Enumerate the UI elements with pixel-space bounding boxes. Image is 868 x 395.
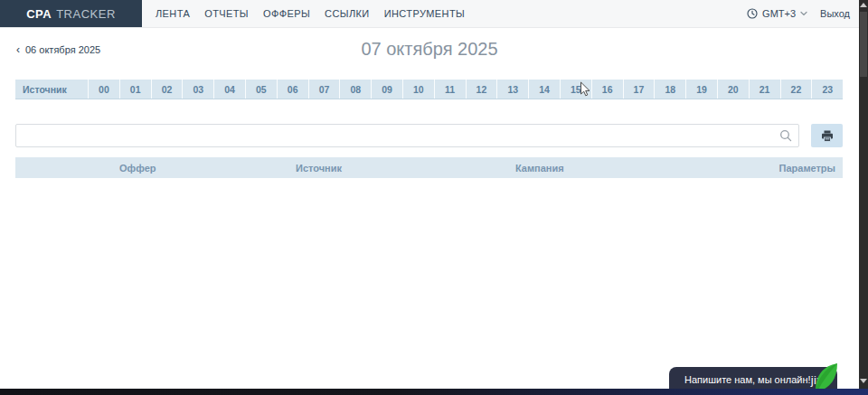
printer-icon xyxy=(821,130,834,142)
hour-cell: 04 xyxy=(213,80,245,99)
app-page: CPA TRACKER ЛЕНТА ОТЧЕТЫ ОФФЕРЫ ССЫЛКИ И… xyxy=(0,0,859,395)
hour-cell: 17 xyxy=(623,80,655,99)
search-icon xyxy=(779,129,792,142)
hour-cell: 19 xyxy=(685,80,717,99)
print-button[interactable] xyxy=(811,124,843,147)
hour-cell: 11 xyxy=(434,80,466,99)
hour-cell: 08 xyxy=(339,80,371,99)
bottom-window-edge xyxy=(0,389,868,395)
column-header-campaign: Кампания xyxy=(515,163,743,174)
app-logo[interactable]: CPA TRACKER xyxy=(0,0,142,27)
main-menu: ЛЕНТА ОТЧЕТЫ ОФФЕРЫ ССЫЛКИ ИНСТРУМЕНТЫ xyxy=(156,0,465,27)
hour-cell: 21 xyxy=(749,80,780,99)
hour-cell: 00 xyxy=(88,80,119,99)
hour-cell: 22 xyxy=(780,80,812,99)
hour-cell: 12 xyxy=(466,80,497,99)
logo-text-light: TRACKER xyxy=(56,7,116,21)
hour-cell: 15 xyxy=(560,80,591,99)
hour-cell: 16 xyxy=(591,80,623,99)
hour-cell: 06 xyxy=(277,80,308,99)
logo-text-bold: CPA xyxy=(26,7,52,21)
search-box xyxy=(15,124,799,147)
topbar-right: GMT+3 Выход xyxy=(747,0,859,27)
column-header-source: Источник xyxy=(296,163,515,174)
hour-cell: 03 xyxy=(182,80,213,99)
timezone-label: GMT+3 xyxy=(762,8,796,19)
hour-cell: 23 xyxy=(811,80,843,99)
hour-cell: 07 xyxy=(308,80,340,99)
scrollbar-up-arrow-icon[interactable] xyxy=(860,3,867,7)
hours-source-label: Источник xyxy=(15,80,88,99)
menu-item-tools[interactable]: ИНСТРУМЕНТЫ xyxy=(384,8,466,19)
hour-cell: 09 xyxy=(371,80,402,99)
timezone-dropdown[interactable]: GMT+3 xyxy=(747,8,807,19)
date-area: ‹ 06 октября 2025 07 октября 2025 xyxy=(0,28,859,68)
clock-icon xyxy=(747,8,758,19)
menu-item-reports[interactable]: ОТЧЕТЫ xyxy=(204,8,249,19)
hour-cell: 10 xyxy=(402,80,434,99)
previous-day-label: 06 октября 2025 xyxy=(25,44,100,55)
logout-button[interactable]: Выход xyxy=(820,8,850,19)
column-header-offer: Оффер xyxy=(119,163,296,174)
vertical-scrollbar[interactable] xyxy=(859,0,868,395)
results-table-header: Оффер Источник Кампания Параметры xyxy=(15,157,843,178)
hour-cell: 18 xyxy=(654,80,685,99)
top-navigation-bar: CPA TRACKER ЛЕНТА ОТЧЕТЫ ОФФЕРЫ ССЫЛКИ И… xyxy=(0,0,859,28)
menu-item-links[interactable]: ССЫЛКИ xyxy=(325,8,370,19)
chat-message: Напишите нам, мы онлайн! xyxy=(684,374,811,385)
column-header-params: Параметры xyxy=(743,163,843,174)
chevron-left-icon: ‹ xyxy=(16,43,20,56)
hour-cell: 13 xyxy=(496,80,528,99)
scrollbar-down-arrow-icon[interactable] xyxy=(860,379,867,383)
page-title: 07 октября 2025 xyxy=(0,28,859,60)
hour-cell: 05 xyxy=(245,80,277,99)
search-row xyxy=(15,124,843,147)
hour-cell: 02 xyxy=(151,80,183,99)
scrollbar-thumb[interactable] xyxy=(860,12,867,77)
previous-day-link[interactable]: ‹ 06 октября 2025 xyxy=(16,43,100,56)
menu-item-offers[interactable]: ОФФЕРЫ xyxy=(263,8,310,19)
hour-cell: 20 xyxy=(717,80,749,99)
search-input[interactable] xyxy=(15,124,799,147)
hour-cell: 14 xyxy=(528,80,560,99)
hour-cell: 01 xyxy=(119,80,151,99)
hours-header-bar: Источник 00 01 02 03 04 05 06 07 08 09 1… xyxy=(15,80,843,99)
chevron-down-icon xyxy=(800,11,807,16)
menu-item-feed[interactable]: ЛЕНТА xyxy=(156,8,190,19)
